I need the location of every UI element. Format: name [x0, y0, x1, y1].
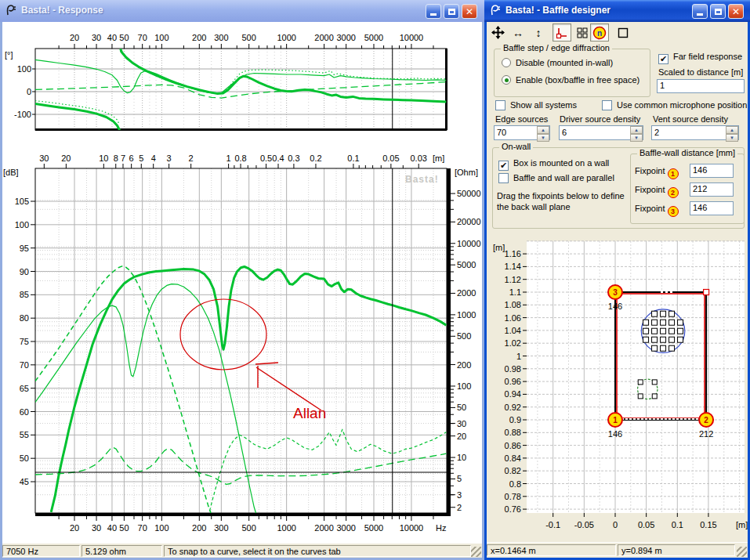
axis-tick-label: 5000	[457, 260, 476, 269]
edge-sources-input[interactable]: 70 ▲▼	[494, 125, 550, 140]
fixpoint-tool-button[interactable]	[553, 23, 571, 42]
minimize-button[interactable]	[692, 4, 708, 19]
axis-tick-label: 50	[457, 403, 466, 412]
spin-down-button[interactable]: ▼	[537, 134, 549, 142]
show-all-systems-checkbox[interactable]: Show all systems	[495, 100, 577, 110]
axis-tick-label: 0.82	[505, 466, 521, 475]
spin-up-button[interactable]: ▲	[726, 126, 738, 134]
vent-source	[652, 380, 657, 385]
close-button[interactable]: ✕	[462, 4, 477, 19]
axis-tick-label: 20000	[457, 217, 481, 226]
axis-tick-label: 4	[151, 154, 156, 163]
fixpoint-icon	[556, 27, 568, 39]
axis-tick-label: 2	[189, 154, 194, 163]
parallel-checkbox[interactable]: Baffle and wall are parallel	[498, 173, 614, 183]
axis-tick-label: 20	[457, 432, 466, 441]
baffle-plot[interactable]: [m]1.161.141.121.11.081.061.041.0210.980…	[487, 233, 748, 540]
minimize-button[interactable]	[426, 4, 441, 19]
edge-sources-tool-button[interactable]	[573, 23, 592, 42]
fixpoint-handle-1[interactable]: 1	[608, 413, 622, 427]
fixpoint-2-input[interactable]: 212	[690, 182, 734, 197]
fixpoint-1-label: Fixpoint 1	[635, 166, 679, 179]
maximize-button[interactable]	[710, 4, 726, 19]
numbering-icon: n	[592, 26, 607, 40]
edge-sources-label: Edge sources	[495, 114, 548, 124]
svg-text:3: 3	[613, 288, 618, 297]
resize-grip[interactable]	[737, 547, 747, 557]
axis-tick-label: 200	[457, 360, 471, 370]
status-x: x=0.1464 m	[487, 544, 616, 556]
axis-tick-label: 50	[119, 33, 129, 42]
axis-tick-label: 0.86	[505, 441, 521, 450]
axis-tick-label: 100	[457, 381, 471, 391]
resize-grip[interactable]	[471, 547, 481, 557]
maximize-button[interactable]	[444, 4, 459, 19]
move-tool-button[interactable]	[488, 23, 507, 42]
fixpoint-1-badge: 1	[668, 168, 679, 179]
axis-tick-label: 0.15	[700, 520, 716, 529]
baffle-statusbar: x=0.1464 m y=0.894 m	[487, 542, 748, 558]
spin-up-button[interactable]: ▲	[630, 126, 643, 134]
axis-tick-label: 20	[70, 523, 79, 533]
baffle-titlebar[interactable]: Basta! - Baffle designer ✕	[484, 0, 750, 22]
axis-tick-label: 1000	[277, 523, 295, 533]
common-mic-checkbox[interactable]: Use common microphone position	[602, 100, 747, 110]
axis-tick-label: 2	[457, 503, 462, 512]
spin-down-button[interactable]: ▼	[726, 134, 738, 142]
scaled-distance-input[interactable]: 1	[657, 79, 745, 93]
axis-tick-label: 3	[457, 490, 462, 500]
response-titlebar[interactable]: Basta! - Response ✕	[0, 0, 484, 22]
far-field-checkbox[interactable]: ✔Far field response	[658, 52, 742, 64]
axis-tick-label: -100	[14, 110, 31, 119]
corner-handle[interactable]	[704, 290, 709, 295]
rectangle-icon	[618, 27, 629, 38]
axis-tick-label: 40	[107, 523, 117, 533]
spin-up-button[interactable]: ▲	[537, 126, 549, 134]
axis-tick-label: 0.1	[672, 520, 683, 529]
rectangle-tool-button[interactable]	[614, 23, 632, 42]
axis-tick-label: 70	[138, 33, 147, 42]
vent-density-input[interactable]: 2 ▲▼	[651, 125, 739, 140]
annotation-text: Allan	[293, 405, 326, 421]
radio-disable-inwall[interactable]: Disable (mounted in-wall)	[502, 58, 613, 67]
axis-tick-label: 0.03	[411, 154, 427, 163]
fixpoint-3-label: Fixpoint 3	[635, 204, 679, 217]
plot-background[interactable]	[527, 241, 745, 513]
desktop: Basta! - Response ✕ 20304050701002003005…	[0, 0, 750, 560]
fixpoint-handle-2[interactable]: 2	[699, 413, 713, 427]
axis-tick-label: 0.8	[509, 479, 521, 489]
vertical-move-tool-button[interactable]: ↕	[529, 23, 548, 42]
axis-tick-label: 2000	[314, 523, 333, 533]
fixpoint-2-label: Fixpoint 2	[635, 185, 679, 198]
axis-tick-label: 20	[61, 154, 71, 163]
fixpoint-3-badge: 3	[668, 206, 679, 217]
axis-tick-label: 10	[457, 453, 466, 462]
close-button[interactable]: ✕	[728, 4, 744, 19]
axis-tick-label: 40	[107, 33, 117, 42]
fixpoint-hint-line2: the back wall plane	[497, 202, 571, 211]
axis-tick-label: 1.14	[505, 262, 521, 271]
fixpoint-handle-3[interactable]: 3	[608, 285, 622, 299]
axis-tick-label: 10000	[400, 523, 424, 533]
axis-tick-label: 100	[154, 523, 168, 533]
radio-enable-freespace[interactable]: Enable (box/baffle in free space)	[502, 75, 639, 85]
axis-tick-label: 1.06	[505, 313, 521, 323]
status-hint: To snap to a curve, select it on the cur…	[164, 545, 471, 557]
axis-tick-label: 0.76	[505, 504, 521, 514]
axis-tick-label: 0.4	[272, 154, 284, 163]
axis-tick-label: 1000	[457, 310, 476, 320]
axis-tick-label: 70	[20, 360, 29, 370]
numbering-tool-button[interactable]: n	[590, 23, 609, 42]
axis-tick-label: 3	[167, 154, 172, 163]
axis-tick-label: 10000	[400, 33, 424, 42]
driver-density-input[interactable]: 6 ▲▼	[559, 125, 643, 140]
phase-unit-label: [°]	[5, 50, 13, 60]
fixpoint-1-input[interactable]: 146	[690, 164, 734, 178]
axis-tick-label: 30	[92, 33, 101, 42]
axis-tick-label: 300	[214, 523, 228, 533]
horizontal-move-tool-button[interactable]: ↔	[509, 23, 527, 42]
spin-down-button[interactable]: ▼	[630, 134, 643, 142]
fixpoint-3-input[interactable]: 146	[690, 201, 734, 215]
window-title: Basta! - Baffle designer	[505, 5, 611, 16]
box-mounted-checkbox[interactable]: ✔Box is mounted on a wall	[498, 158, 609, 171]
